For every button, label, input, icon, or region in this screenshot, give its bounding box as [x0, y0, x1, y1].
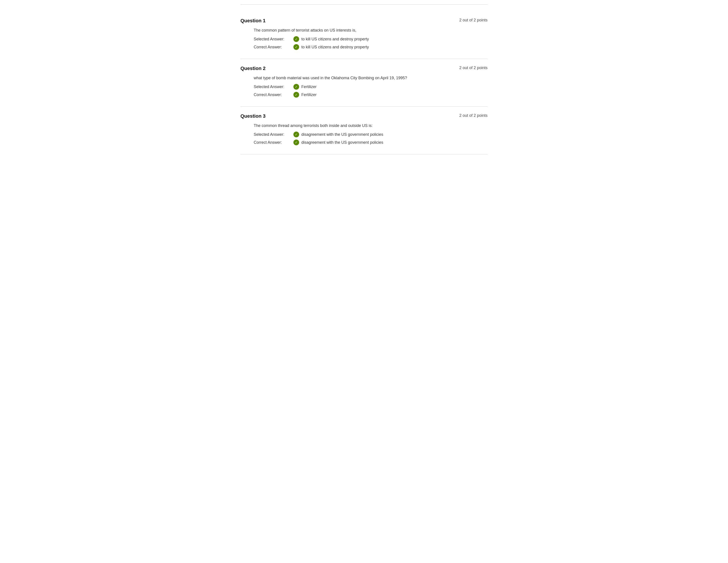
correct-answer-row-1: Correct Answer: ✓ to kill US citizens an… — [254, 44, 488, 50]
correct-label-3: Correct Answer: — [254, 140, 293, 145]
question-block-2: Question 2 2 out of 2 points what type o… — [240, 59, 488, 107]
selected-answer-text-3: disagreement with the US government poli… — [301, 132, 383, 137]
selected-check-icon-3: ✓ — [293, 132, 299, 137]
selected-answer-text-1: to kill US citizens and destroy property — [301, 37, 369, 41]
selected-answer-text-2: Fertilizer — [301, 85, 317, 89]
question-points-1: 2 out of 2 points — [459, 18, 488, 23]
selected-answer-row-3: Selected Answer: ✓ disagreement with the… — [254, 132, 488, 137]
question-body-1: The common pattern of terrorist attacks … — [240, 28, 488, 50]
question-text-3: The common thread among terrorists both … — [254, 123, 488, 128]
question-block-3: Question 3 2 out of 2 points The common … — [240, 107, 488, 154]
selected-check-icon-1: ✓ — [293, 36, 299, 42]
question-body-2: what type of bomb material was used in t… — [240, 76, 488, 98]
question-text-2: what type of bomb material was used in t… — [254, 76, 488, 80]
correct-answer-text-2: Fertilizer — [301, 92, 317, 97]
correct-check-icon-1: ✓ — [293, 44, 299, 50]
selected-answer-row-1: Selected Answer: ✓ to kill US citizens a… — [254, 36, 488, 42]
correct-answer-row-3: Correct Answer: ✓ disagreement with the … — [254, 139, 488, 145]
selected-label-1: Selected Answer: — [254, 37, 293, 41]
question-body-3: The common thread among terrorists both … — [240, 123, 488, 145]
correct-answer-row-2: Correct Answer: ✓ Fertilizer — [254, 92, 488, 98]
top-divider — [240, 4, 488, 5]
question-title-1: Question 1 — [240, 18, 266, 24]
correct-answer-text-3: disagreement with the US government poli… — [301, 140, 383, 145]
selected-label-2: Selected Answer: — [254, 85, 293, 89]
selected-answer-row-2: Selected Answer: ✓ Fertilizer — [254, 84, 488, 90]
question-points-2: 2 out of 2 points — [459, 66, 488, 70]
question-header-2: Question 2 2 out of 2 points — [240, 66, 488, 71]
question-block-1: Question 1 2 out of 2 points The common … — [240, 11, 488, 59]
correct-check-icon-3: ✓ — [293, 139, 299, 145]
selected-check-icon-2: ✓ — [293, 84, 299, 90]
question-title-2: Question 2 — [240, 66, 266, 71]
question-points-3: 2 out of 2 points — [459, 113, 488, 118]
selected-label-3: Selected Answer: — [254, 132, 293, 137]
correct-label-1: Correct Answer: — [254, 45, 293, 49]
page-container: Question 1 2 out of 2 points The common … — [232, 0, 496, 159]
question-header-1: Question 1 2 out of 2 points — [240, 18, 488, 24]
question-title-3: Question 3 — [240, 113, 266, 119]
correct-check-icon-2: ✓ — [293, 92, 299, 98]
correct-label-2: Correct Answer: — [254, 92, 293, 97]
questions-container: Question 1 2 out of 2 points The common … — [240, 11, 488, 154]
question-text-1: The common pattern of terrorist attacks … — [254, 28, 488, 33]
question-header-3: Question 3 2 out of 2 points — [240, 113, 488, 119]
correct-answer-text-1: to kill US citizens and destroy property — [301, 45, 369, 49]
